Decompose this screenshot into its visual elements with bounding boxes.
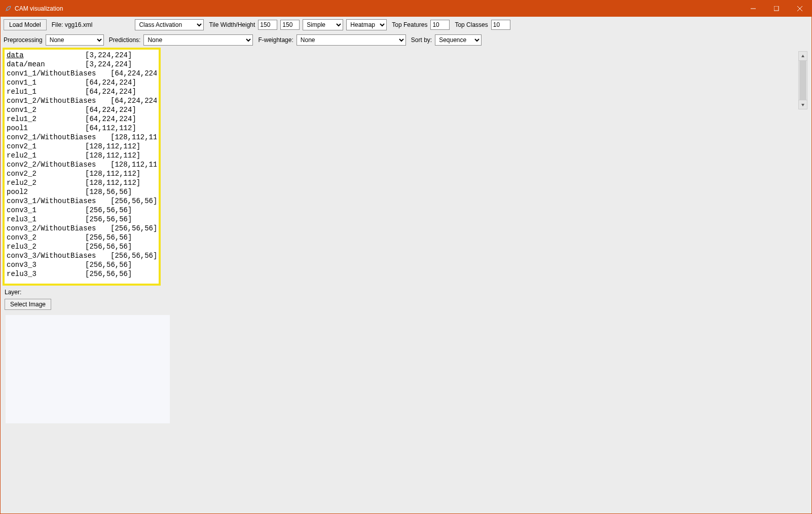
layer-row[interactable]: conv1_2/WithoutBiases[64,224,224] [7,96,157,105]
layer-name: relu1_2 [7,114,85,124]
layer-name: conv3_3 [7,260,85,269]
style-combo[interactable]: Simple [303,19,343,30]
layer-shape: [256,56,56] [110,196,157,206]
load-model-button[interactable]: Load Model [4,19,47,30]
scroll-down-button[interactable] [799,100,807,109]
svg-marker-4 [801,55,804,57]
layer-row[interactable]: conv2_1/WithoutBiases[128,112,112] [7,133,157,142]
layer-row[interactable]: conv2_2/WithoutBiases[128,112,112] [7,160,157,169]
layer-name: conv3_2 [7,233,85,242]
layer-shape: [64,224,224] [110,69,157,78]
tile-height-input[interactable] [280,20,300,30]
layer-shape: [64,224,224] [85,105,157,114]
f-weightage-combo[interactable]: None [297,34,406,46]
layer-row[interactable]: relu2_2[128,112,112] [7,178,157,187]
layer-name: relu2_2 [7,178,85,187]
layer-name: relu3_3 [7,269,85,279]
svg-marker-5 [801,104,804,106]
layer-row[interactable]: relu3_2[256,56,56] [7,242,157,251]
layer-name: conv1_2/WithoutBiases [7,96,110,105]
layer-row[interactable]: relu1_1[64,224,224] [7,87,157,96]
layer-shape: [3,224,224] [85,60,157,69]
layer-shape: [64,224,224] [85,87,157,96]
tile-width-input[interactable] [258,20,277,30]
layer-row[interactable]: relu3_3[256,56,56] [7,269,157,279]
layer-name: conv2_2 [7,169,85,178]
layer-row[interactable]: relu2_1[128,112,112] [7,151,157,160]
layer-shape: [128,112,112] [85,178,157,187]
layer-shape: [256,56,56] [85,233,157,242]
toolbar-row-2: Preprocessing None Predictions: None F-w… [1,32,811,48]
layer-row[interactable]: conv3_3/WithoutBiases[256,56,56] [7,251,157,260]
layer-name: relu1_1 [7,87,85,96]
layer-name: conv2_1 [7,142,85,151]
sort-by-label: Sort by: [411,36,432,44]
minimize-button[interactable] [742,1,765,17]
layer-shape: [128,56,56] [85,187,157,196]
layer-name: relu2_1 [7,151,85,160]
layer-row[interactable]: pool1[64,112,112] [7,124,157,133]
layer-name: conv3_2/WithoutBiases [7,224,110,233]
layer-row[interactable]: conv2_2[128,112,112] [7,169,157,178]
layer-name: conv3_1 [7,206,85,215]
toolbar-row-1: Load Model File: vgg16.xml Class Activat… [1,17,811,32]
layer-shape: [3,224,224] [85,51,157,60]
layer-row[interactable]: relu3_1[256,56,56] [7,215,157,224]
layer-name: conv2_1/WithoutBiases [7,133,110,142]
layer-name: data/mean [7,60,85,69]
top-classes-label: Top Classes [455,21,488,28]
sort-by-combo[interactable]: Sequence [435,34,482,46]
maximize-button[interactable] [765,1,788,17]
layer-shape: [64,224,224] [110,96,157,105]
layer-shape: [64,224,224] [85,114,157,124]
layer-name: relu3_1 [7,215,85,224]
layer-label: Layer: [3,288,173,297]
main-area: data[3,224,224]data/mean[3,224,224]conv1… [1,48,811,510]
layer-row[interactable]: conv3_1[256,56,56] [7,206,157,215]
scrollbar-thumb[interactable] [799,61,806,100]
layer-shape: [128,112,112] [110,133,157,142]
preprocessing-label: Preprocessing [4,36,43,44]
layer-row[interactable]: conv1_2[64,224,224] [7,105,157,114]
layer-shape: [256,56,56] [85,242,157,251]
layer-row[interactable]: data/mean[3,224,224] [7,60,157,69]
layer-name: conv1_1 [7,78,85,87]
layer-row[interactable]: conv3_2/WithoutBiases[256,56,56] [7,224,157,233]
layer-shape: [256,56,56] [110,224,157,233]
layer-row[interactable]: conv1_1[64,224,224] [7,78,157,87]
scroll-up-button[interactable] [799,52,807,61]
window-controls [742,1,811,17]
layer-shape: [256,56,56] [85,206,157,215]
layer-shape: [64,112,112] [85,124,157,133]
layer-shape: [64,224,224] [85,78,157,87]
f-weightage-label: F-weightage: [258,36,293,44]
layer-row[interactable]: conv3_2[256,56,56] [7,233,157,242]
layer-row[interactable]: conv1_1/WithoutBiases[64,224,224] [7,69,157,78]
top-classes-input[interactable] [491,20,510,30]
layer-row[interactable]: data[3,224,224] [7,51,157,60]
layer-row[interactable]: conv2_1[128,112,112] [7,142,157,151]
tile-label: Tile Width/Height [209,21,255,28]
layer-name: relu3_2 [7,242,85,251]
layer-shape: [256,56,56] [110,251,157,260]
layer-name: conv3_3/WithoutBiases [7,251,110,260]
layer-shape: [256,56,56] [85,269,157,279]
layer-shape: [256,56,56] [85,215,157,224]
preprocessing-combo[interactable]: None [46,34,104,46]
titlebar: CAM visualization [1,1,811,17]
predictions-combo[interactable]: None [143,34,253,46]
layer-list[interactable]: data[3,224,224]data/mean[3,224,224]conv1… [3,48,161,286]
layer-row[interactable]: conv3_1/WithoutBiases[256,56,56] [7,196,157,206]
layer-row[interactable]: conv3_3[256,56,56] [7,260,157,269]
layer-row[interactable]: pool2[128,56,56] [7,187,157,196]
right-scrollbar[interactable] [798,51,807,109]
top-features-input[interactable] [430,20,450,30]
select-image-button[interactable]: Select Image [5,299,51,310]
layer-name: pool1 [7,124,85,133]
predictions-label: Predictions: [109,36,141,44]
layer-name: pool2 [7,187,85,196]
layer-row[interactable]: relu1_2[64,224,224] [7,114,157,124]
view-combo[interactable]: Heatmap [346,19,387,30]
mode-combo[interactable]: Class Activation [135,19,204,30]
close-button[interactable] [788,1,811,17]
